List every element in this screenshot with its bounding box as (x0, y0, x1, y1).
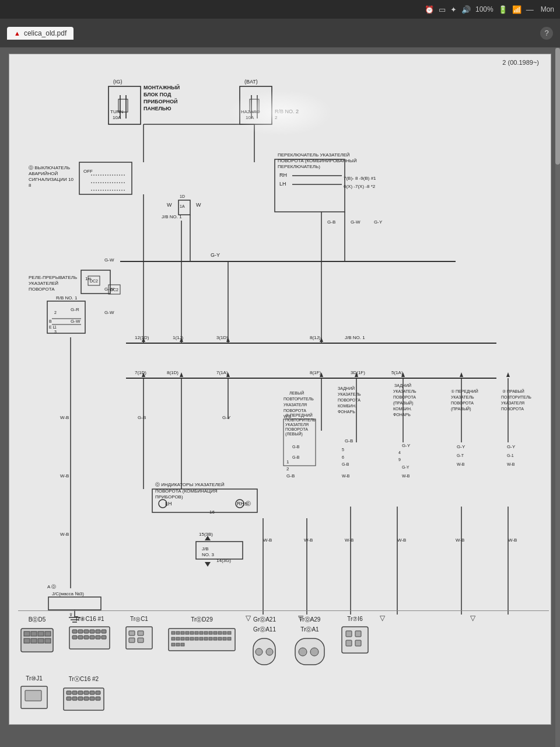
svg-text:W-B: W-B (60, 473, 69, 479)
svg-text:ЛЕВЫЙ: ЛЕВЫЙ (289, 390, 304, 395)
svg-text:B: B (49, 319, 52, 323)
svg-rect-298 (78, 697, 83, 700)
svg-rect-239 (96, 636, 100, 639)
scrollbar[interactable] (555, 48, 560, 747)
svg-rect-235 (72, 636, 77, 639)
svg-rect-273 (172, 643, 175, 646)
svg-rect-282 (342, 627, 368, 653)
svg-text:W-B: W-B (60, 415, 69, 420)
battery-icon: 🔋 (498, 5, 508, 14)
svg-rect-255 (209, 631, 212, 634)
svg-text:G-T: G-T (457, 453, 464, 458)
svg-text:G-B: G-B (345, 438, 353, 444)
svg-point-277 (256, 648, 262, 655)
svg-rect-243 (138, 631, 144, 636)
svg-text:J/B NO. 1: J/B NO. 1 (345, 335, 365, 340)
svg-rect-220 (24, 631, 30, 636)
svg-rect-222 (38, 631, 44, 636)
svg-rect-234 (102, 630, 106, 633)
svg-rect-248 (176, 631, 180, 634)
pdf-tab[interactable]: ▲ celica_old.pdf (7, 27, 74, 40)
svg-rect-293 (84, 691, 89, 694)
svg-rect-290 (66, 691, 71, 694)
svg-text:A ⓪: A ⓪ (47, 584, 56, 589)
svg-rect-272 (228, 637, 231, 640)
svg-text:ПЕРЕКЛЮЧАТЕЛЬ УКАЗАТЕЛЕЙ: ПЕРЕКЛЮЧАТЕЛЬ УКАЗАТЕЛЕЙ (278, 152, 350, 158)
page-reference: 2 (00.1989~) (502, 59, 539, 66)
svg-rect-258 (223, 631, 226, 634)
connector-row-1: B⓪D5 Tr⑧C16 #1 (18, 611, 549, 668)
svg-rect-229 (72, 630, 77, 633)
svg-text:УКАЗАТЕЛЕЙ: УКАЗАТЕЛЕЙ (29, 281, 58, 286)
svg-rect-286 (355, 640, 361, 646)
svg-text:5(1A): 5(1A) (391, 370, 403, 375)
svg-rect-262 (181, 637, 184, 640)
svg-rect-253 (200, 631, 203, 634)
svg-text:W-B: W-B (397, 537, 406, 543)
svg-text:(BAT): (BAT) (244, 79, 258, 85)
svg-rect-299 (84, 697, 89, 700)
svg-text:G-1: G-1 (507, 453, 514, 458)
svg-text:ФОНАРЬ: ФОНАРЬ (393, 413, 411, 417)
svg-text:W-B: W-B (345, 537, 354, 543)
alarm-icon: ⏰ (425, 5, 434, 14)
svg-text:W-B: W-B (456, 537, 464, 543)
svg-text:10A: 10A (113, 115, 121, 120)
svg-text:УКАЗАТЕЛЬ: УКАЗАТЕЛЬ (338, 392, 361, 396)
svg-text:2: 2 (275, 115, 278, 120)
svg-text:G-B: G-B (286, 473, 295, 479)
pdf-viewer: 2 (00.1989~) (IG) TURN 10A МОНТАЖНЫЙ БЛО… (0, 48, 560, 747)
connector-tr-c16-1: Tr⑧C16 #1 (68, 616, 111, 653)
svg-text:2: 2 (54, 310, 57, 315)
connector-tr-c1: Tr◎C1 (123, 616, 155, 653)
connector-gr-a21: Gr⓪A21 Gr⓪A11 (249, 616, 281, 668)
svg-rect-263 (186, 637, 189, 640)
svg-text:G-B: G-B (342, 462, 349, 466)
svg-text:W-B: W-B (508, 537, 517, 543)
wiring-diagram-svg: (IG) TURN 10A МОНТАЖНЫЙ БЛОК ПОД ПРИБОРН… (18, 69, 549, 623)
svg-rect-237 (84, 636, 89, 639)
time-label: Mon (541, 5, 554, 13)
svg-text:4: 4 (398, 451, 401, 455)
svg-rect-275 (181, 643, 184, 646)
help-button[interactable]: ? (540, 27, 553, 40)
svg-text:G-W: G-W (71, 319, 80, 324)
svg-text:8(1J): 8(1J) (310, 335, 321, 340)
svg-rect-227 (45, 631, 51, 636)
svg-text:R/B NO. 2: R/B NO. 2 (275, 109, 299, 114)
svg-text:1D: 1D (180, 194, 185, 198)
svg-text:G-Y: G-Y (457, 444, 466, 449)
svg-rect-268 (209, 637, 212, 640)
svg-rect-257 (218, 631, 222, 634)
svg-text:7(B)- 8 -9(B) #1: 7(B)- 8 -9(B) #1 (344, 176, 376, 181)
svg-rect-261 (176, 637, 180, 640)
svg-rect-297 (72, 697, 77, 700)
svg-text:ПОВТОРИТЕЛЬ: ПОВТОРИТЕЛЬ (501, 395, 531, 399)
svg-rect-269 (214, 637, 217, 640)
tab-filename: celica_old.pdf (24, 29, 66, 37)
svg-rect-247 (172, 631, 175, 634)
svg-text:R/B NO. 1: R/B NO. 1 (56, 295, 78, 301)
svg-rect-232 (90, 630, 94, 633)
svg-rect-264 (190, 637, 194, 640)
scrollbar-thumb[interactable] (555, 48, 560, 165)
svg-text:TURN: TURN (110, 109, 123, 114)
svg-text:W-B: W-B (507, 462, 515, 466)
svg-rect-301 (96, 697, 100, 700)
svg-marker-102 (205, 562, 211, 567)
svg-rect-274 (176, 643, 180, 646)
svg-rect-11 (240, 86, 272, 124)
svg-text:15: 15 (242, 501, 247, 507)
svg-rect-251 (190, 631, 194, 634)
svg-text:БЛОК ПОД: БЛОК ПОД (144, 92, 172, 97)
svg-rect-295 (96, 691, 100, 694)
svg-text:G-B: G-B (292, 445, 300, 449)
svg-rect-249 (181, 631, 184, 634)
svg-text:W-B: W-B (304, 537, 313, 543)
svg-text:G-Y: G-Y (402, 443, 411, 448)
svg-text:7(1D): 7(1D) (135, 370, 146, 375)
svg-text:АВАРИЙНОЙ: АВАРИЙНОЙ (29, 171, 58, 176)
svg-text:ПРИБОРОВ): ПРИБОРОВ) (155, 494, 183, 500)
svg-text:G-R: G-R (71, 307, 79, 312)
svg-rect-294 (90, 691, 94, 694)
